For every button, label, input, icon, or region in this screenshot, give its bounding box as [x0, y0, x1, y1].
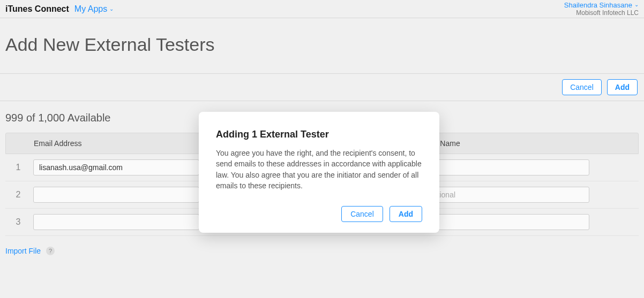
header-right: Shailendra Sinhasane ⌄ Mobisoft Infotech… [564, 1, 639, 17]
modal-cancel-button[interactable]: Cancel [341, 206, 383, 222]
email-input[interactable] [33, 187, 199, 203]
top-header: iTunes Connect My Apps ⌄ Shailendra Sinh… [0, 0, 644, 18]
confirm-modal: Adding 1 External Tester You agree you h… [199, 112, 439, 233]
modal-actions: Cancel Add [216, 206, 422, 222]
brand-label: iTunes Connect [5, 4, 69, 14]
help-icon[interactable]: ? [46, 247, 55, 255]
page-title: Add New External Testers [5, 34, 639, 55]
title-area: Add New External Testers [0, 18, 644, 73]
user-menu[interactable]: Shailendra Sinhasane ⌄ [564, 1, 639, 10]
header-left: iTunes Connect My Apps ⌄ [5, 4, 114, 14]
modal-body: You agree you have the right, and the re… [216, 148, 422, 191]
lastname-input[interactable] [423, 214, 589, 230]
import-row: Import File ? [0, 236, 644, 266]
chevron-down-icon: ⌄ [109, 6, 114, 12]
cancel-button[interactable]: Cancel [562, 79, 602, 95]
user-name-label: Shailendra Sinhasane [564, 1, 632, 10]
nav-myapps[interactable]: My Apps ⌄ [74, 4, 114, 14]
import-file-link[interactable]: Import File [5, 247, 41, 255]
row-number: 3 [5, 217, 31, 227]
lastname-input[interactable] [423, 187, 589, 203]
chevron-down-icon: ⌄ [634, 2, 639, 8]
email-input[interactable] [33, 159, 199, 175]
col-last-header: Last Name [422, 139, 617, 148]
org-name: Mobisoft Infotech LLC [564, 9, 639, 17]
col-email-header: Email Address [32, 139, 227, 148]
email-input[interactable] [33, 214, 199, 230]
modal-title: Adding 1 External Tester [216, 129, 422, 140]
modal-add-button[interactable]: Add [390, 206, 422, 222]
add-button[interactable]: Add [607, 79, 638, 95]
nav-myapps-label: My Apps [74, 4, 107, 14]
action-toolbar: Cancel Add [0, 73, 644, 101]
lastname-input[interactable] [423, 159, 589, 175]
row-number: 1 [5, 163, 31, 172]
row-number: 2 [5, 190, 31, 200]
